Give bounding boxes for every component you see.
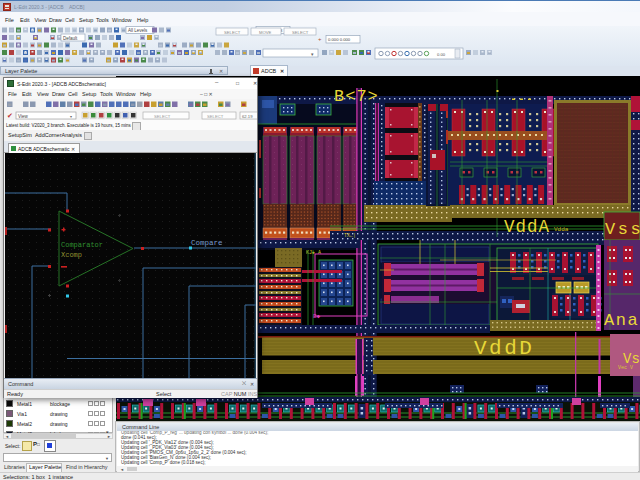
svg-text:0.000 0.000: 0.000 0.000 bbox=[328, 37, 351, 42]
svg-text:Xcomp: Xcomp bbox=[61, 251, 82, 259]
svg-text:62.19: 62.19 bbox=[242, 114, 253, 119]
svg-text:Vdda: Vdda bbox=[554, 226, 569, 233]
svg-text:SELECT: SELECT bbox=[207, 114, 224, 119]
svg-text:Compare: Compare bbox=[191, 239, 223, 247]
svg-text:All Levels: All Levels bbox=[128, 28, 148, 33]
svg-text:Comparator: Comparator bbox=[61, 241, 103, 249]
svg-text:✔: ✔ bbox=[7, 112, 13, 119]
svg-text:VddA: VddA bbox=[504, 217, 550, 237]
svg-text:Vec V: Vec V bbox=[618, 365, 633, 371]
svg-text:0.00: 0.00 bbox=[437, 52, 446, 57]
svg-text:TX←|: TX←| bbox=[344, 233, 356, 239]
svg-text:B<7>: B<7> bbox=[334, 87, 379, 106]
svg-text:+: + bbox=[318, 36, 322, 42]
svg-text:B◆: B◆ bbox=[313, 313, 321, 320]
svg-text:MOVE: MOVE bbox=[259, 30, 272, 35]
svg-text:▾: ▾ bbox=[70, 114, 72, 119]
svg-text:View: View bbox=[18, 114, 28, 119]
svg-text:VddD: VddD bbox=[474, 337, 534, 360]
svg-text:SELECT: SELECT bbox=[154, 114, 171, 119]
svg-text:SELECT: SELECT bbox=[224, 30, 241, 35]
svg-text:Default: Default bbox=[63, 36, 78, 41]
svg-text:SELECT: SELECT bbox=[292, 30, 309, 35]
svg-text:Vss: Vss bbox=[605, 220, 640, 239]
svg-text:Ana: Ana bbox=[604, 311, 639, 330]
